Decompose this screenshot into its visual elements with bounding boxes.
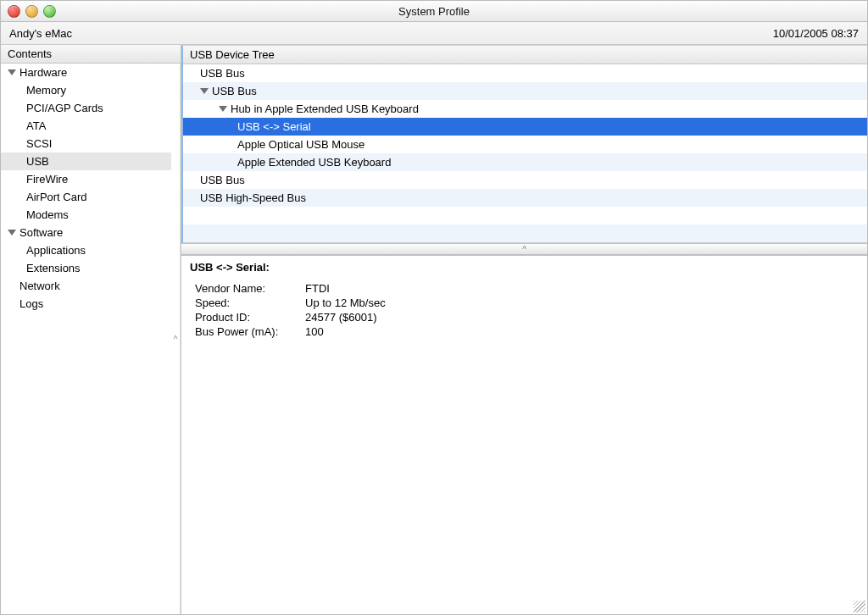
device-tree-label: USB <-> Serial [237, 120, 311, 133]
window-title: System Profile [1, 5, 867, 18]
details-key: Product ID: [195, 311, 305, 324]
horizontal-splitter[interactable]: ^ [181, 243, 867, 255]
details-value: FTDI [305, 282, 859, 295]
info-bar: Andy's eMac 10/01/2005 08:37 [1, 22, 867, 45]
sidebar-item-network[interactable]: Network [1, 277, 171, 295]
device-tree-label: USB High-Speed Bus [200, 191, 306, 204]
spacer-icon [8, 283, 16, 289]
device-tree-row [183, 207, 867, 224]
details-title: USB <-> Serial: [190, 261, 859, 274]
device-tree-row[interactable]: Apple Extended USB Keyboard [183, 153, 867, 171]
device-tree-label: USB Bus [212, 85, 257, 97]
details-key: Speed: [195, 296, 305, 309]
window-body: Contents Hardware Memory PCI/AGP Cards A… [1, 45, 867, 614]
device-tree-row[interactable]: Apple Optical USB Mouse [183, 136, 867, 153]
details-value: 24577 ($6001) [305, 311, 859, 324]
spacer-icon [8, 301, 16, 307]
device-tree-row[interactable]: USB High-Speed Bus [183, 189, 867, 207]
sidebar-item-label: Modems [26, 208, 69, 221]
device-tree-row[interactable]: USB Bus [183, 171, 867, 189]
sidebar-item-label: Logs [19, 297, 43, 310]
device-tree-panel: USB Device Tree USB BusUSB BusHub in App… [181, 45, 867, 243]
sidebar-item-label: SCSI [26, 137, 52, 150]
device-tree-label: Hub in Apple Extended USB Keyboard [231, 102, 419, 115]
device-tree-row[interactable]: USB Bus [183, 64, 867, 82]
sidebar-item-airport[interactable]: AirPort Card [1, 188, 171, 206]
sidebar-item-label: Extensions [26, 262, 81, 274]
device-tree-label: USB Bus [200, 67, 245, 80]
sidebar-item-label: Memory [26, 84, 66, 97]
column-resize-handle[interactable]: ^ [171, 64, 181, 614]
contents-tree[interactable]: Hardware Memory PCI/AGP Cards ATA SCSI U… [1, 64, 171, 614]
chevron-down-icon[interactable] [8, 69, 16, 75]
details-value: 100 [305, 325, 859, 338]
machine-name: Andy's eMac [9, 27, 72, 40]
main-panel: USB Device Tree USB BusUSB BusHub in App… [181, 45, 867, 614]
sidebar-item-applications[interactable]: Applications [1, 241, 171, 259]
device-tree-row[interactable]: USB <-> Serial [183, 118, 867, 136]
sidebar-item-label: USB [26, 155, 49, 168]
sidebar-item-label: FireWire [26, 173, 68, 186]
sidebar-item-pci-agp[interactable]: PCI/AGP Cards [1, 99, 171, 117]
device-tree-header: USB Device Tree [183, 46, 867, 64]
sidebar-item-extensions[interactable]: Extensions [1, 259, 171, 277]
chevron-down-icon[interactable] [8, 230, 16, 235]
details-key: Bus Power (mA): [195, 325, 305, 338]
sidebar-item-scsi[interactable]: SCSI [1, 135, 171, 152]
sidebar-item-label: Network [19, 280, 60, 292]
sidebar-item-label: Applications [26, 244, 86, 257]
titlebar[interactable]: System Profile [1, 1, 867, 22]
details-value: Up to 12 Mb/sec [305, 296, 859, 309]
details-key: Vendor Name: [195, 282, 305, 295]
device-tree-row[interactable]: Hub in Apple Extended USB Keyboard [183, 100, 867, 118]
resize-grip-icon[interactable] [854, 601, 865, 612]
window: System Profile Andy's eMac 10/01/2005 08… [0, 0, 868, 615]
sidebar-group-hardware[interactable]: Hardware [1, 64, 171, 81]
sidebar-item-memory[interactable]: Memory [1, 81, 171, 99]
details-table: Vendor Name:FTDISpeed:Up to 12 Mb/secPro… [195, 282, 859, 338]
device-tree-row[interactable]: USB Bus [183, 82, 867, 100]
device-tree-label: Apple Optical USB Mouse [237, 138, 364, 151]
sidebar-item-modems[interactable]: Modems [1, 206, 171, 224]
sidebar-item-logs[interactable]: Logs [1, 295, 171, 313]
chevron-down-icon[interactable] [219, 106, 227, 112]
device-tree[interactable]: USB BusUSB BusHub in Apple Extended USB … [183, 64, 867, 243]
sidebar-item-label: AirPort Card [26, 191, 87, 203]
sidebar-item-usb[interactable]: USB [1, 152, 171, 170]
device-tree-label: USB Bus [200, 174, 245, 186]
sidebar-item-ata[interactable]: ATA [1, 117, 171, 135]
sidebar-group-software[interactable]: Software [1, 224, 171, 241]
sidebar-item-firewire[interactable]: FireWire [1, 170, 171, 188]
details-panel: USB <-> Serial: Vendor Name:FTDISpeed:Up… [181, 255, 867, 614]
sidebar-header: Contents [1, 45, 181, 64]
report-timestamp: 10/01/2005 08:37 [773, 27, 859, 40]
device-tree-row [183, 224, 867, 242]
sidebar-item-label: ATA [26, 119, 46, 132]
device-tree-label: Apple Extended USB Keyboard [237, 156, 391, 169]
sidebar: Contents Hardware Memory PCI/AGP Cards A… [1, 45, 181, 614]
sidebar-group-label: Software [19, 226, 63, 239]
sidebar-group-label: Hardware [19, 66, 67, 79]
chevron-down-icon[interactable] [200, 88, 209, 94]
sidebar-item-label: PCI/AGP Cards [26, 102, 103, 114]
